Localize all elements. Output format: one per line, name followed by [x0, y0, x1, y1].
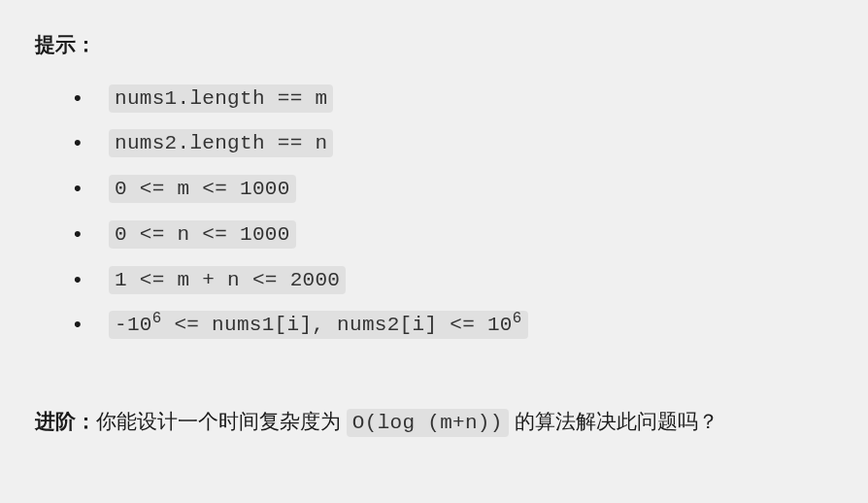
list-item: 0 <= m <= 1000 — [74, 170, 833, 208]
constraint-code: 1 <= m + n <= 2000 — [109, 266, 346, 294]
constraint-part: -10 — [115, 314, 152, 336]
constraint-code: 0 <= m <= 1000 — [109, 175, 296, 203]
constraint-code: 0 <= n <= 1000 — [109, 220, 296, 249]
constraint-sup: 6 — [513, 310, 522, 327]
constraint-code: nums1.length == m — [109, 84, 333, 113]
constraint-code: -106 <= nums1[i], nums2[i] <= 106 — [109, 311, 528, 339]
followup-text-after: 的算法解决此问题吗？ — [509, 410, 718, 432]
followup-section: 进阶：你能设计一个时间复杂度为 O(log (m+n)) 的算法解决此问题吗？ — [35, 402, 833, 443]
constraint-code: nums2.length == n — [109, 129, 333, 157]
list-item: -106 <= nums1[i], nums2[i] <= 106 — [74, 306, 833, 344]
list-item: 0 <= n <= 1000 — [74, 216, 833, 253]
followup-text-before: 你能设计一个时间复杂度为 — [96, 410, 347, 432]
constraints-list: nums1.length == m nums2.length == n 0 <=… — [74, 80, 833, 345]
followup-code: O(log (m+n)) — [347, 409, 509, 437]
list-item: 1 <= m + n <= 2000 — [74, 261, 833, 299]
list-item: nums1.length == m — [74, 80, 833, 117]
list-item: nums2.length == n — [74, 124, 833, 162]
constraint-part: <= nums1[i], nums2[i] <= 10 — [161, 314, 512, 336]
hints-title: 提示： — [35, 27, 833, 62]
followup-label: 进阶： — [35, 410, 96, 432]
